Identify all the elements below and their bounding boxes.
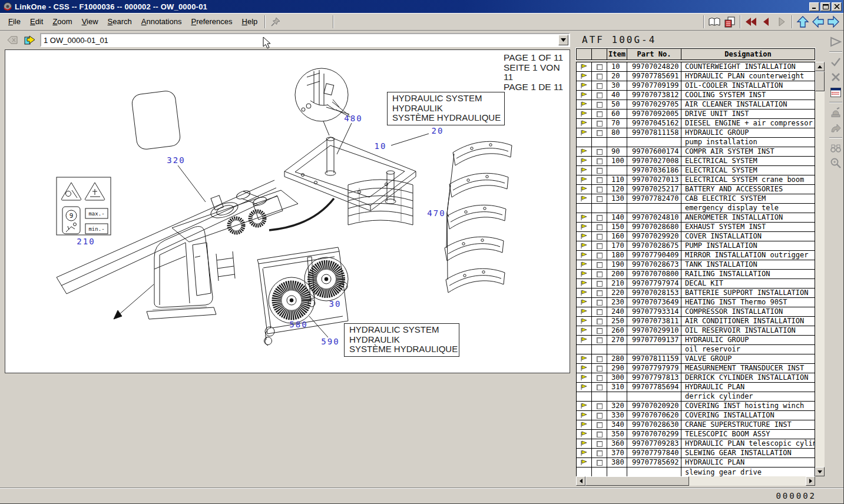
menu-search[interactable]: Search	[103, 15, 137, 28]
row-checkbox[interactable]	[597, 319, 603, 324]
row-checkbox-cell[interactable]	[592, 260, 607, 269]
table-row[interactable]: 26099707029910OIL RESERVOIR INSTALLATION	[577, 326, 815, 336]
table-row[interactable]: 1099707024820COUNTERWEIGHT INSTALLATION	[577, 62, 815, 72]
row-checkbox[interactable]	[597, 215, 603, 221]
hscroll-right-button[interactable]	[806, 476, 815, 486]
vscroll-up-button[interactable]	[815, 62, 825, 71]
table-row[interactable]: 33099707070620COVERING INSTALLATION	[577, 411, 815, 420]
minimize-button[interactable]	[809, 2, 819, 11]
table-row[interactable]: 37099707797840SLEWING GEAR INSTALLATION	[577, 449, 815, 458]
hscroll-left-button[interactable]	[576, 476, 585, 486]
table-row[interactable]: 15099707028680EXHAUST SYSTEM INST	[577, 223, 815, 232]
go-up-button[interactable]	[795, 15, 810, 29]
table-row[interactable]: 9099707600174COMPR AIR SYSTEM INST	[577, 147, 815, 157]
send-order-button[interactable]	[829, 121, 843, 135]
table-row[interactable]: 6099707092005DRIVE UNIT INST	[577, 110, 815, 119]
table-row[interactable]: 11099707027013ELECTRICAL SYSTEM crane bo…	[577, 175, 815, 185]
table-row[interactable]: 7099707045162DIESEL ENGINE + air compres…	[577, 119, 815, 128]
table-row[interactable]: 17099707028675PUMP INSTALLATION	[577, 241, 815, 251]
row-checkbox-cell[interactable]	[592, 289, 607, 297]
close-button[interactable]	[832, 2, 842, 11]
row-checkbox[interactable]	[597, 149, 603, 155]
row-checkbox[interactable]	[597, 403, 603, 409]
row-checkbox-cell[interactable]	[592, 307, 607, 316]
menu-help[interactable]: Help	[237, 15, 263, 28]
row-checkbox[interactable]	[597, 74, 603, 79]
row-checkbox-cell[interactable]	[592, 439, 607, 448]
callout-210[interactable]: 210	[77, 237, 95, 246]
confirm-button[interactable]	[829, 55, 843, 69]
row-checkbox-cell[interactable]	[592, 194, 607, 203]
row-checkbox-cell[interactable]	[592, 383, 607, 392]
callout-480[interactable]: 480	[344, 114, 362, 123]
row-checkbox[interactable]	[597, 243, 603, 249]
row-checkbox-cell[interactable]	[592, 175, 607, 184]
row-checkbox-cell[interactable]	[592, 449, 607, 457]
row-checkbox[interactable]	[597, 441, 603, 447]
menu-file[interactable]: File	[4, 15, 25, 28]
table-hscrollbar[interactable]	[576, 476, 815, 486]
table-row[interactable]: pump installation	[577, 138, 815, 147]
table-row[interactable]: slewing gear drive	[577, 467, 815, 477]
row-checkbox-cell[interactable]	[592, 430, 607, 439]
menu-view[interactable]: View	[77, 15, 103, 28]
row-checkbox-cell[interactable]	[592, 251, 607, 260]
table-row[interactable]: 16099707029920COVER INSTALLATION	[577, 232, 815, 241]
row-checkbox[interactable]	[597, 177, 603, 183]
table-row[interactable]: 30099707797813DERRICK CYLINDER INSTALLAT…	[577, 373, 815, 383]
row-checkbox-cell[interactable]	[592, 81, 607, 90]
callout-20[interactable]: 20	[432, 126, 444, 135]
row-checkbox-cell[interactable]	[592, 420, 607, 429]
hscroll-track[interactable]	[689, 476, 806, 486]
row-checkbox[interactable]	[597, 83, 603, 89]
callout-10[interactable]: 10	[375, 141, 387, 151]
table-row[interactable]: 23099707073649HEATING INST Thermo 90ST	[577, 298, 815, 307]
row-checkbox-cell[interactable]	[592, 185, 607, 194]
row-checkbox[interactable]	[597, 64, 603, 70]
row-checkbox[interactable]	[597, 460, 603, 466]
table-row[interactable]: 22099707028153BATTERIE SUPPORT INSTALLAT…	[577, 289, 815, 298]
next-page-button[interactable]	[774, 15, 789, 29]
callout-320[interactable]: 320	[167, 155, 185, 165]
callout-30[interactable]: 30	[329, 299, 342, 309]
row-checkbox-cell[interactable]	[592, 402, 607, 410]
row-checkbox-cell[interactable]	[592, 279, 607, 288]
table-row[interactable]: 29099707797979MEASURNEMENT TRANSDUCER IN…	[577, 364, 815, 373]
row-checkbox-cell[interactable]	[592, 364, 607, 373]
row-checkbox[interactable]	[597, 271, 603, 277]
table-row[interactable]: 27099707709137HYDRAULIC GROUP	[577, 336, 815, 345]
row-checkbox-cell[interactable]	[592, 354, 607, 363]
page-selector[interactable]: 1 OW_0000-01_01	[40, 33, 570, 47]
previous-page-button[interactable]	[759, 15, 774, 29]
callout-580[interactable]: 580	[289, 320, 307, 329]
menu-zoom[interactable]: Zoom	[48, 15, 77, 28]
row-checkbox[interactable]	[597, 309, 603, 315]
maximize-button[interactable]	[820, 2, 830, 11]
table-row[interactable]: 36099707709283HYDRAULIC PLAN telescopic …	[577, 439, 815, 449]
row-checkbox[interactable]	[597, 224, 603, 230]
row-checkbox-cell[interactable]	[592, 91, 607, 100]
table-row[interactable]: 10099707027008ELECTRICAL SYSTEM	[577, 157, 815, 166]
row-checkbox[interactable]	[597, 384, 603, 390]
row-checkbox-cell[interactable]	[592, 326, 607, 335]
table-row[interactable]: 18099707790409MIRROR INSTALLATION outrig…	[577, 251, 815, 260]
table-vscrollbar[interactable]	[815, 62, 825, 476]
row-checkbox-cell[interactable]	[592, 166, 607, 175]
menu-preferences[interactable]: Preferences	[186, 15, 237, 28]
table-row[interactable]: 21099707797974DECAL KIT	[577, 279, 815, 289]
page-back-button[interactable]	[5, 33, 20, 47]
row-checkbox[interactable]	[597, 356, 603, 362]
row-checkbox[interactable]	[597, 300, 603, 306]
row-checkbox-cell[interactable]	[592, 223, 607, 231]
table-row[interactable]: emergency display tele	[577, 204, 815, 213]
go-forward-button[interactable]	[826, 15, 841, 29]
go-back-button[interactable]	[810, 15, 826, 29]
table-row[interactable]: 31099707785694HYDRAULIC PLAN	[577, 383, 815, 392]
row-checkbox[interactable]	[597, 262, 603, 268]
row-checkbox-cell[interactable]	[592, 128, 607, 137]
menu-edit[interactable]: Edit	[25, 15, 48, 28]
zoom-search-button[interactable]	[829, 156, 843, 170]
cancel-button[interactable]	[829, 70, 843, 84]
row-checkbox-cell[interactable]	[592, 72, 607, 81]
vscroll-thumb[interactable]	[815, 71, 825, 91]
